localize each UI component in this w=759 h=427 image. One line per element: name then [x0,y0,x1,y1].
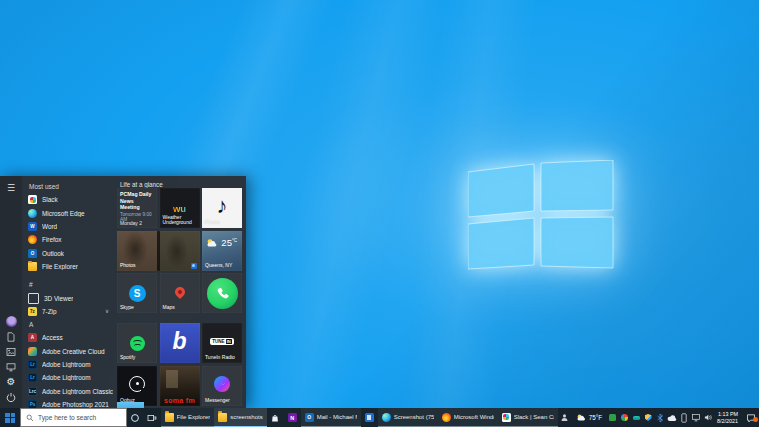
expand-menu-button[interactable]: ☰ [3,181,19,196]
onenote-button[interactable]: N [284,408,301,427]
app-item-7zip[interactable]: 7z7-Zip∨ [22,305,115,318]
user-account-button[interactable] [3,314,19,329]
tile-label: Spotify [120,355,155,361]
taskbar-screenshots-window[interactable]: screenshots [214,408,266,427]
power-icon [6,392,16,402]
clock-date: 8/2/2021 [717,418,738,425]
tile-calendar[interactable]: PCMag Daily News Meeting Tomorrow 9:00 A… [117,188,157,228]
wu-logo: wu [173,203,186,214]
onedrive-icon[interactable] [668,409,677,426]
app-item-word[interactable]: WWord [22,220,115,233]
tray-app-green-icon[interactable] [608,409,617,426]
pictures-button[interactable] [3,344,19,359]
store-button[interactable] [267,408,284,427]
chevron-down-icon[interactable]: ∨ [105,308,109,314]
search-placeholder: Type here to search [38,414,96,421]
tray-app-multicolor-icon[interactable] [620,409,629,426]
lightroom-classic-icon: Lrc [28,387,37,396]
folder-icon [218,413,227,422]
hamburger-icon: ☰ [7,184,15,193]
section-header-most-used[interactable]: Most used [22,180,115,193]
app-item-adobe-lightroom-2[interactable]: LrAdobe Lightroom [22,371,115,384]
tile-group-header[interactable]: Life at a glance [120,181,163,188]
app-item-microsoft-edge[interactable]: Microsoft Edge [22,206,115,219]
app-item-3d-viewer[interactable]: 3D Viewer [22,291,115,304]
tile-itunes[interactable]: ♪ iTunes [202,188,242,228]
search-icon [26,414,34,422]
app-item-firefox[interactable]: Firefox [22,233,115,246]
search-input[interactable]: Type here to search [20,408,127,427]
windows-app-icon [365,413,374,422]
section-header-a[interactable]: A [22,318,115,331]
people-button[interactable] [558,408,572,427]
tray-shield-icon[interactable] [644,409,653,426]
app-item-slack[interactable]: Slack [22,193,115,206]
app-item-adobe-creative-cloud[interactable]: Adobe Creative Cloud [22,345,115,358]
taskbar-clock[interactable]: 1:13 PM 8/2/2021 [714,411,742,425]
action-center-button[interactable] [742,413,759,423]
app-item-outlook[interactable]: OOutlook [22,247,115,260]
settings-button[interactable]: ⚙ [3,374,19,389]
somafm-logo: soma fm [160,397,200,404]
cortana-button[interactable] [127,408,144,427]
your-phone-icon[interactable] [680,409,689,426]
7zip-icon: 7z [28,307,37,316]
cortana-icon [130,413,140,423]
start-menu: ☰ ⚙ Most used Slack Microsoft Edge WWord… [0,176,246,408]
tile-photos[interactable]: Photos [117,231,200,271]
app-item-adobe-photoshop-2021[interactable]: PsAdobe Photoshop 2021 [22,398,115,408]
documents-button[interactable] [3,329,19,344]
taskbar-file-explorer-window[interactable]: File Explorer [161,408,215,427]
document-icon [6,332,16,342]
taskbar-weather-button[interactable]: 75°F [572,413,606,422]
tile-skype[interactable]: S Skype [117,273,157,313]
app-label: Word [42,223,57,230]
tile-weather-underground[interactable]: wu Weather Underground [160,188,200,228]
tray-app-teal-icon[interactable] [632,409,641,426]
tile-spotify[interactable]: Spotify [117,323,157,363]
tile-label: Weather Underground [163,215,198,227]
access-icon: A [28,333,37,342]
user-avatar [6,316,17,327]
windows-logo [468,160,614,272]
power-button[interactable] [3,389,19,404]
task-view-button[interactable] [144,408,161,427]
app-label: Adobe Lightroom [42,361,91,368]
windows-app-button[interactable] [361,408,378,427]
map-pin-icon [172,284,186,298]
start-app-list: Most used Slack Microsoft Edge WWord Fir… [22,176,115,408]
volume-icon[interactable] [704,409,713,426]
start-button[interactable] [0,408,20,427]
firefox-icon [442,413,451,422]
taskbar-slack-window[interactable]: Slack | Sean Carrol... [498,408,558,427]
app-item-file-explorer[interactable]: File Explorer [22,260,115,273]
videos-button[interactable] [3,359,19,374]
app-label: Adobe Lightroom Classic [42,388,113,395]
tile-weather[interactable]: 25°C Queens, NY [202,231,242,271]
app-item-access[interactable]: AAccess [22,331,115,344]
display-icon[interactable] [692,409,701,426]
tile-messenger[interactable]: Messenger [202,366,242,406]
section-header-hash[interactable]: # [22,278,115,291]
app-label: Outlook [42,250,64,257]
app-item-adobe-lightroom-classic[interactable]: LrcAdobe Lightroom Classic [22,385,115,398]
word-icon: W [28,222,37,231]
person-icon [560,413,569,422]
tile-whatsapp[interactable] [202,273,242,313]
tile-qobuz[interactable]: Qobuz [117,366,157,406]
tile-tunein-radio[interactable]: TUNEIN TuneIn Radio [202,323,242,363]
tile-label: Skype [120,305,155,311]
tile-temperature: 25°C [221,237,237,248]
taskbar-firefox-window[interactable]: Microsoft Window... [438,408,498,427]
gear-icon: ⚙ [7,377,16,387]
creative-cloud-icon [28,347,37,356]
taskbar-edge-window[interactable]: Screenshot (75) pn... [378,408,438,427]
music-note-icon: ♪ [217,195,228,217]
bluetooth-icon[interactable] [656,409,665,426]
tile-maps[interactable]: Maps [160,273,200,313]
tile-somafm[interactable]: soma fm [160,366,200,406]
partly-cloudy-icon [576,413,587,422]
app-item-adobe-lightroom[interactable]: LrAdobe Lightroom [22,358,115,371]
taskbar-mail-window[interactable]: O Mail - Michael Ma... [301,408,361,427]
tile-bandcamp[interactable]: b [160,323,200,363]
